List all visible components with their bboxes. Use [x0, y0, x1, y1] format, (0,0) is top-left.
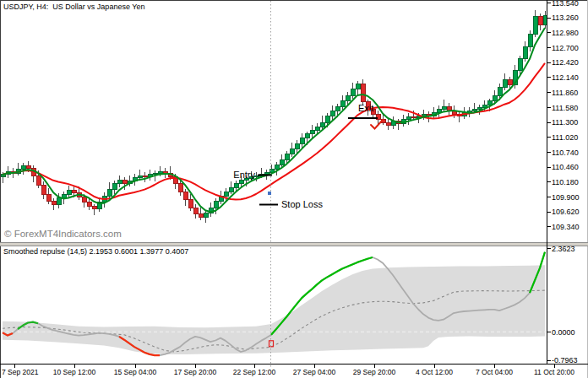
- bull-candle: [351, 89, 355, 96]
- chart-window: EntryStop LossExit113.540113.260112.9801…: [0, 0, 588, 378]
- bear-candle: [41, 186, 46, 195]
- bear-candle: [538, 17, 542, 25]
- bull-candle: [285, 154, 289, 159]
- bear-candle: [361, 84, 365, 101]
- indicator-tick-label: 2.3623: [552, 245, 575, 253]
- time-tick-label: 29 Sep 20:00: [353, 368, 396, 376]
- entry-label: Entry: [233, 170, 255, 180]
- bear-candle: [199, 214, 203, 218]
- bear-candle: [82, 197, 86, 202]
- bull-candle: [290, 149, 294, 154]
- bull-candle: [472, 109, 476, 111]
- bull-candle: [21, 166, 25, 170]
- price-tick-label: 113.540: [552, 0, 579, 8]
- bear-candle: [447, 106, 451, 111]
- bear-candle: [143, 176, 147, 176]
- bull-candle: [335, 106, 340, 111]
- bull-candle: [315, 127, 319, 130]
- bull-candle: [533, 17, 537, 35]
- bull-candle: [503, 79, 507, 87]
- bull-candle: [320, 122, 324, 127]
- indicator-tick-label: -0.7963: [552, 356, 578, 364]
- bull-candle: [346, 95, 350, 100]
- bear-candle: [183, 192, 188, 199]
- time-tick-label: 11 Oct 20:00: [534, 368, 574, 376]
- time-tick-label: 7 Oct 04:00: [476, 368, 513, 376]
- bull-candle: [300, 138, 304, 143]
- bear-candle: [122, 180, 127, 183]
- bull-candle: [112, 184, 117, 189]
- exit-label: Exit: [358, 103, 373, 113]
- bear-candle: [386, 122, 390, 125]
- stop-loss-label: Stop Loss: [281, 199, 323, 209]
- bull-candle: [295, 143, 299, 148]
- bear-candle: [92, 207, 96, 209]
- bear-candle: [52, 202, 56, 205]
- price-tick-label: 112.980: [552, 29, 579, 37]
- bear-candle: [26, 166, 30, 169]
- price-tick-label: 110.460: [552, 163, 579, 171]
- bear-candle: [188, 200, 193, 208]
- bull-candle: [280, 159, 284, 165]
- bull-candle: [477, 107, 482, 109]
- bull-candle: [264, 172, 269, 174]
- bear-candle: [36, 176, 41, 185]
- time-tick-label: 27 Sep 04:00: [293, 368, 336, 376]
- bull-candle: [67, 191, 71, 194]
- price-tick-label: 109.620: [552, 208, 580, 216]
- price-tick-label: 111.580: [552, 104, 578, 112]
- bull-candle: [406, 117, 411, 120]
- time-tick-label: 4 Oct 12:00: [416, 368, 453, 376]
- bull-candle: [57, 198, 61, 205]
- bear-candle: [178, 184, 182, 192]
- price-tick-label: 110.740: [552, 148, 579, 157]
- bull-candle: [214, 202, 218, 208]
- price-tick-label: 111.860: [552, 89, 578, 97]
- price-tick-label: 111.020: [552, 133, 578, 142]
- bull-candle: [204, 213, 208, 217]
- bull-candle: [330, 111, 335, 116]
- price-tick-label: 112.420: [552, 58, 579, 67]
- price-chart-canvas[interactable]: EntryStop LossExit113.540113.260112.9801…: [0, 0, 588, 378]
- time-tick-label: 17 Sep 20:00: [174, 368, 217, 376]
- bull-candle: [482, 105, 487, 108]
- bull-candle: [239, 180, 243, 183]
- bull-candle: [498, 88, 502, 95]
- bull-candle: [138, 176, 142, 178]
- bear-candle: [163, 171, 167, 173]
- price-tick-label: 113.260: [552, 14, 579, 22]
- time-tick-label: 10 Sep 12:00: [53, 368, 96, 376]
- bull-candle: [340, 101, 345, 106]
- price-tick-label: 112.700: [552, 44, 579, 52]
- bull-candle: [518, 58, 522, 70]
- bull-candle: [305, 134, 309, 138]
- bull-candle: [356, 84, 360, 89]
- bear-candle: [508, 79, 512, 84]
- price-tick-label: 109.340: [552, 223, 580, 231]
- bear-candle: [46, 194, 51, 201]
- panel-divider[interactable]: [0, 243, 588, 246]
- bull-candle: [117, 180, 122, 183]
- bull-candle: [493, 95, 497, 100]
- time-tick-label: 15 Sep 04:00: [114, 368, 157, 376]
- bear-candle: [193, 208, 198, 214]
- bull-candle: [523, 46, 527, 58]
- bull-candle: [234, 184, 238, 187]
- bull-candle: [275, 165, 279, 170]
- time-tick-label: 7 Sep 2021: [2, 368, 39, 376]
- bear-candle: [87, 202, 91, 207]
- price-tick-label: 111.300: [552, 118, 578, 127]
- time-tick-label: 22 Sep 12:00: [233, 368, 276, 376]
- bull-candle: [158, 171, 162, 173]
- bull-candle: [229, 187, 233, 192]
- price-tick-label: 109.900: [552, 193, 580, 202]
- price-tick-label: 110.180: [552, 178, 579, 186]
- bull-candle: [107, 189, 112, 196]
- bull-candle: [325, 116, 329, 122]
- bear-candle: [72, 191, 76, 193]
- buy-entry-dot-icon: [268, 192, 271, 195]
- bull-candle: [528, 35, 532, 47]
- bull-candle: [442, 106, 446, 109]
- indicator-tick-label: 0.0000: [552, 328, 575, 337]
- bull-candle: [224, 192, 228, 196]
